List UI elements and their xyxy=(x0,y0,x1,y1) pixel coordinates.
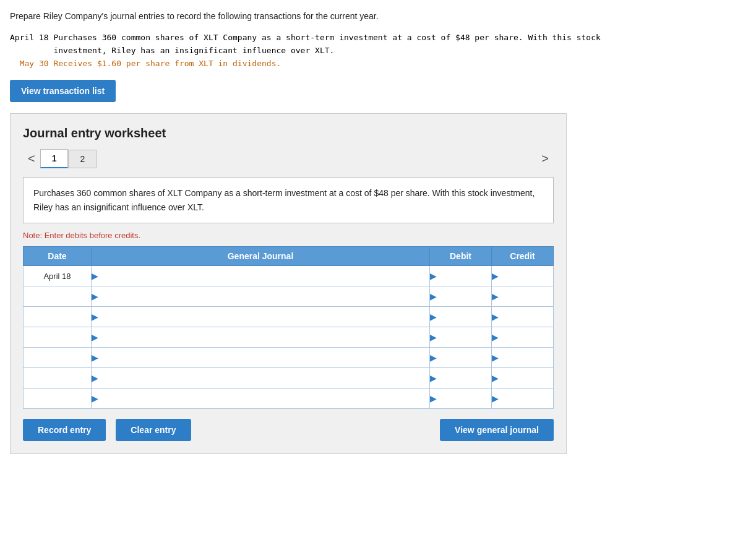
credit-input-0[interactable] xyxy=(500,266,553,286)
gj-cell-5[interactable]: ▶ xyxy=(92,368,430,388)
gj-cell-6[interactable]: ▶ xyxy=(92,388,430,409)
row-indicator-gj-0: ▶ xyxy=(92,271,98,281)
credit-input-5[interactable] xyxy=(500,368,553,388)
row-indicator-credit-5: ▶ xyxy=(492,373,499,383)
credit-cell-6[interactable]: ▶ xyxy=(492,388,554,409)
gj-input-6[interactable] xyxy=(100,388,429,408)
row-indicator-gj-3: ▶ xyxy=(92,332,98,342)
row-indicator-credit-2: ▶ xyxy=(492,312,499,322)
row-indicator-credit-6: ▶ xyxy=(492,393,499,403)
worksheet-container: Journal entry worksheet < 1 2 > Purchase… xyxy=(10,113,567,454)
gj-cell-2[interactable]: ▶ xyxy=(92,307,430,327)
gj-input-0[interactable] xyxy=(100,266,429,286)
row-indicator-debit-6: ▶ xyxy=(430,393,437,403)
row-indicator-credit-0: ▶ xyxy=(492,271,499,281)
row-indicator-debit-3: ▶ xyxy=(430,332,437,342)
debit-cell-3[interactable]: ▶ xyxy=(430,327,492,348)
date-cell-3 xyxy=(24,327,92,348)
row-indicator-gj-2: ▶ xyxy=(92,312,98,322)
table-row: April 18▶▶▶ xyxy=(24,266,554,286)
action-buttons: Record entry Clear entry View general jo… xyxy=(23,419,554,441)
row-indicator-credit-4: ▶ xyxy=(492,353,499,363)
debit-cell-1[interactable]: ▶ xyxy=(430,286,492,307)
tab-2[interactable]: 2 xyxy=(68,150,97,168)
row-indicator-gj-6: ▶ xyxy=(92,393,98,403)
header-debit: Debit xyxy=(430,247,492,266)
debit-input-2[interactable] xyxy=(438,307,491,327)
date-cell-4 xyxy=(24,348,92,368)
table-row: ▶▶▶ xyxy=(24,388,554,409)
clear-entry-button[interactable]: Clear entry xyxy=(116,419,191,441)
row-indicator-credit-3: ▶ xyxy=(492,332,499,342)
record-entry-button[interactable]: Record entry xyxy=(23,419,106,441)
row-indicator-debit-5: ▶ xyxy=(430,373,437,383)
credit-cell-4[interactable]: ▶ xyxy=(492,348,554,368)
row-indicator-debit-0: ▶ xyxy=(430,271,437,281)
debit-input-3[interactable] xyxy=(438,327,491,347)
row-indicator-gj-4: ▶ xyxy=(92,353,98,363)
header-credit: Credit xyxy=(492,247,554,266)
gj-input-1[interactable] xyxy=(100,286,429,306)
credit-input-3[interactable] xyxy=(500,327,553,347)
debit-input-6[interactable] xyxy=(438,388,491,408)
transactions-block: April 18 Purchases 360 common shares of … xyxy=(10,32,746,70)
debit-input-0[interactable] xyxy=(438,266,491,286)
gj-input-5[interactable] xyxy=(100,368,429,388)
row-indicator-debit-1: ▶ xyxy=(430,291,437,301)
credit-input-6[interactable] xyxy=(500,388,553,408)
debit-cell-0[interactable]: ▶ xyxy=(430,266,492,286)
credit-input-4[interactable] xyxy=(500,348,553,367)
gj-cell-3[interactable]: ▶ xyxy=(92,327,430,348)
date-cell-0: April 18 xyxy=(24,266,92,286)
table-row: ▶▶▶ xyxy=(24,286,554,307)
debit-input-5[interactable] xyxy=(438,368,491,388)
prev-tab-button[interactable]: < xyxy=(23,149,40,168)
credit-cell-2[interactable]: ▶ xyxy=(492,307,554,327)
transaction-description: Purchases 360 common shares of XLT Compa… xyxy=(23,177,554,223)
gj-cell-4[interactable]: ▶ xyxy=(92,348,430,368)
gj-input-2[interactable] xyxy=(100,307,429,327)
credit-cell-0[interactable]: ▶ xyxy=(492,266,554,286)
row-indicator-debit-4: ▶ xyxy=(430,353,437,363)
table-row: ▶▶▶ xyxy=(24,368,554,388)
date-cell-1 xyxy=(24,286,92,307)
credit-cell-3[interactable]: ▶ xyxy=(492,327,554,348)
problem-title: Prepare Riley Company's journal entries … xyxy=(10,10,746,23)
debit-input-4[interactable] xyxy=(438,348,491,367)
tab-1[interactable]: 1 xyxy=(40,149,69,168)
row-indicator-gj-5: ▶ xyxy=(92,373,98,383)
debit-cell-2[interactable]: ▶ xyxy=(430,307,492,327)
row-indicator-credit-1: ▶ xyxy=(492,291,499,301)
next-tab-button[interactable]: > xyxy=(536,149,554,168)
date-cell-6 xyxy=(24,388,92,409)
credit-input-1[interactable] xyxy=(500,286,553,306)
table-row: ▶▶▶ xyxy=(24,327,554,348)
gj-input-4[interactable] xyxy=(100,348,429,367)
note-text: Note: Enter debits before credits. xyxy=(23,231,554,240)
tabs-navigation: < 1 2 > xyxy=(23,149,554,168)
debit-input-1[interactable] xyxy=(438,286,491,306)
table-row: ▶▶▶ xyxy=(24,307,554,327)
credit-cell-1[interactable]: ▶ xyxy=(492,286,554,307)
date-cell-5 xyxy=(24,368,92,388)
debit-cell-6[interactable]: ▶ xyxy=(430,388,492,409)
table-row: ▶▶▶ xyxy=(24,348,554,368)
credit-cell-5[interactable]: ▶ xyxy=(492,368,554,388)
header-general-journal: General Journal xyxy=(92,247,430,266)
date-cell-2 xyxy=(24,307,92,327)
gj-cell-1[interactable]: ▶ xyxy=(92,286,430,307)
gj-cell-0[interactable]: ▶ xyxy=(92,266,430,286)
debit-cell-4[interactable]: ▶ xyxy=(430,348,492,368)
gj-input-3[interactable] xyxy=(100,327,429,347)
view-general-journal-button[interactable]: View general journal xyxy=(440,419,554,441)
header-date: Date xyxy=(24,247,92,266)
worksheet-title: Journal entry worksheet xyxy=(23,126,554,140)
view-transaction-list-button[interactable]: View transaction list xyxy=(10,80,116,102)
debit-cell-5[interactable]: ▶ xyxy=(430,368,492,388)
credit-input-2[interactable] xyxy=(500,307,553,327)
row-indicator-gj-1: ▶ xyxy=(92,291,98,301)
journal-table: Date General Journal Debit Credit April … xyxy=(23,246,554,409)
row-indicator-debit-2: ▶ xyxy=(430,312,437,322)
